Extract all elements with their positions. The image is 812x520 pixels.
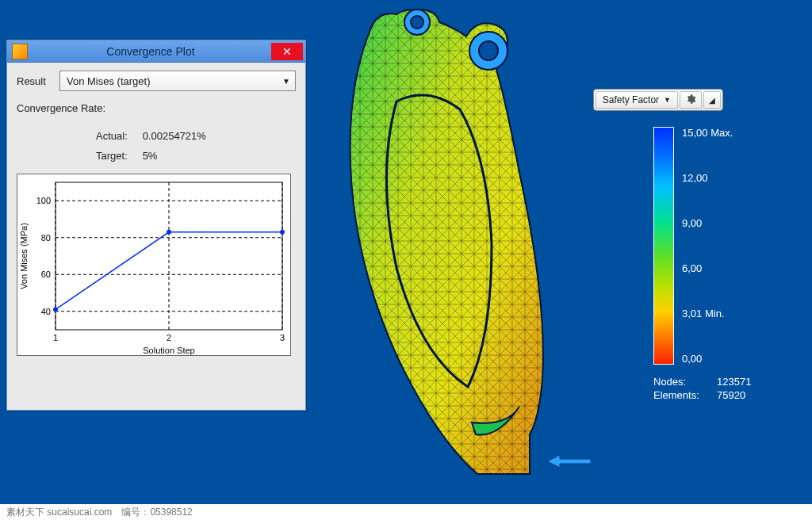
watermark-id-value: 05398512 xyxy=(150,507,192,518)
expand-toolbar-button[interactable]: ◢ xyxy=(703,91,721,109)
app-icon xyxy=(12,44,28,59)
target-row: Target: 5% xyxy=(96,147,296,166)
actual-label: Actual: xyxy=(96,127,140,147)
svg-point-22 xyxy=(280,230,285,235)
target-label: Target: xyxy=(96,147,140,166)
fea-model-viewport[interactable] xyxy=(309,0,603,507)
convergence-plot-dialog: Convergence Plot ✕ Result Von Mises (tar… xyxy=(6,40,306,411)
legend-tick-labels: 15,00 Max. 12,00 9,00 6,00 3,01 Min. 0,0… xyxy=(682,127,780,365)
nodes-value: 123571 xyxy=(717,376,780,388)
watermark-site: 素材天下 sucaisucai.com xyxy=(6,506,112,519)
settings-button[interactable] xyxy=(680,91,702,109)
actual-value: 0.00254721% xyxy=(143,130,206,142)
dialog-title: Convergence Plot xyxy=(33,45,269,58)
result-select-value: Von Mises (target) xyxy=(67,75,151,87)
legend-tick: 9,00 xyxy=(682,217,780,229)
svg-text:100: 100 xyxy=(36,197,51,206)
result-label: Result xyxy=(17,75,52,87)
chevron-down-icon: ▼ xyxy=(664,96,671,104)
svg-text:40: 40 xyxy=(41,307,51,316)
legend-color-bar xyxy=(653,127,674,365)
svg-text:1: 1 xyxy=(53,333,58,342)
load-arrow-icon xyxy=(547,455,591,468)
color-legend: 15,00 Max. 12,00 9,00 6,00 3,01 Min. 0,0… xyxy=(653,127,780,401)
svg-marker-4 xyxy=(547,455,591,468)
svg-point-3 xyxy=(479,41,498,60)
legend-tick: 6,00 xyxy=(682,262,780,274)
expand-icon: ◢ xyxy=(709,96,715,105)
elements-label: Elements: xyxy=(653,389,717,401)
watermark-bar: 素材天下 sucaisucai.com 编号： 05398512 xyxy=(0,504,812,520)
legend-tick: 3,01 Min. xyxy=(682,308,780,319)
svg-text:3: 3 xyxy=(280,333,285,342)
svg-text:60: 60 xyxy=(41,270,51,280)
close-icon: ✕ xyxy=(282,45,292,58)
result-select[interactable]: Von Mises (target) ▼ xyxy=(59,71,296,91)
gear-icon xyxy=(685,94,696,107)
dialog-titlebar[interactable]: Convergence Plot ✕ xyxy=(7,40,305,63)
svg-text:80: 80 xyxy=(41,233,51,243)
svg-text:2: 2 xyxy=(167,333,171,342)
fea-model-part xyxy=(341,6,563,494)
nodes-label: Nodes: xyxy=(653,376,717,388)
svg-point-20 xyxy=(53,308,58,312)
display-mode-toolbar: Safety Factor ▼ ◢ xyxy=(593,89,723,111)
legend-tick: 15,00 Max. xyxy=(682,127,780,139)
svg-point-1 xyxy=(411,16,423,29)
watermark-id-label: 编号： xyxy=(121,506,150,519)
display-mode-select[interactable]: Safety Factor ▼ xyxy=(596,91,678,109)
svg-text:Von Mises (MPa): Von Mises (MPa) xyxy=(19,224,29,290)
convergence-rate-label: Convergence Rate: xyxy=(17,102,296,114)
legend-tick: 12,00 xyxy=(682,172,780,184)
target-value: 5% xyxy=(143,150,158,162)
svg-text:Solution Step: Solution Step xyxy=(143,346,194,355)
display-mode-label: Safety Factor xyxy=(603,94,659,105)
actual-row: Actual: 0.00254721% xyxy=(96,127,296,147)
svg-point-21 xyxy=(167,230,171,235)
close-button[interactable]: ✕ xyxy=(271,43,303,60)
legend-tick: 0,00 xyxy=(682,353,780,365)
chevron-down-icon: ▼ xyxy=(282,77,290,86)
convergence-chart: 406080100123Solution StepVon Mises (MPa) xyxy=(17,174,291,356)
elements-value: 75920 xyxy=(717,389,780,401)
